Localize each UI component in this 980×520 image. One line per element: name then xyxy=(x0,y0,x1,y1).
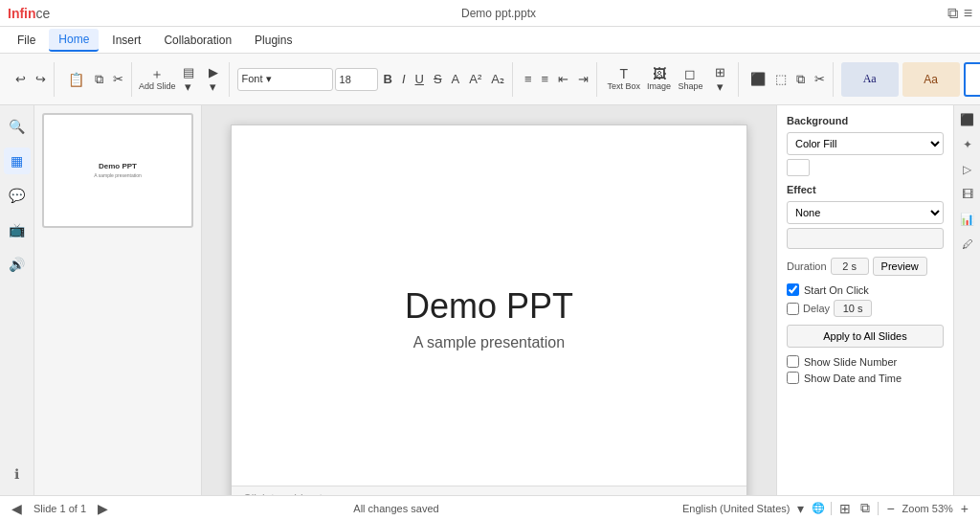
paste-button[interactable]: 📋 xyxy=(62,70,89,89)
slide-thumb-sub: A sample presentation xyxy=(94,172,141,178)
prev-slide-button[interactable]: ◀ xyxy=(10,501,24,516)
add-icon: ＋ xyxy=(150,67,164,80)
duration-section: Duration 2 s Preview xyxy=(787,257,944,276)
panel-transition-icon[interactable]: ▷ xyxy=(957,159,978,180)
strikethrough-button[interactable]: S xyxy=(430,69,446,89)
delay-value[interactable]: 10 s xyxy=(834,300,872,317)
show-slide-number-label: Show Slide Number xyxy=(804,356,897,368)
group-button[interactable]: ⧉ xyxy=(792,69,809,90)
start-on-click-checkbox[interactable] xyxy=(787,283,799,296)
apply-section: Apply to All Slides xyxy=(787,325,944,348)
theme-3[interactable]: Aa xyxy=(964,62,980,97)
bullet-list-button[interactable]: ≡ xyxy=(521,69,536,89)
panel-animate-icon[interactable]: 🎞 xyxy=(957,184,978,205)
undo-button[interactable]: ↩ xyxy=(11,69,30,89)
status-left: ◀ Slide 1 of 1 ▶ xyxy=(10,501,110,516)
italic-button[interactable]: I xyxy=(398,69,410,89)
menu-home[interactable]: Home xyxy=(49,29,99,52)
menu-plugins[interactable]: Plugins xyxy=(245,30,301,51)
notes-bar[interactable]: Click to add notes xyxy=(232,486,746,495)
arrange-button[interactable]: ⬛ xyxy=(746,69,769,89)
bold-button[interactable]: B xyxy=(380,69,396,89)
show-slide-number-checkbox[interactable] xyxy=(787,355,799,368)
indent-increase-button[interactable]: ⇥ xyxy=(574,69,592,89)
status-bar: ◀ Slide 1 of 1 ▶ All changes saved Engli… xyxy=(0,495,980,520)
zoom-out-button[interactable]: − xyxy=(884,501,896,516)
show-date-time-row: Show Date and Time xyxy=(787,372,944,384)
menu-bar: File Home Insert Collaboration Plugins xyxy=(0,27,980,54)
start-on-click-row: Start On Click xyxy=(787,283,944,296)
saved-status: All changes saved xyxy=(353,503,438,514)
sidebar-slides[interactable]: ▦ xyxy=(4,147,31,174)
restore-icon[interactable]: ⧉ xyxy=(947,5,958,22)
toolbar-insert: T Text Box 🖼 Image ◻ Shape ⊞ ▾ xyxy=(601,62,739,97)
panel-effect-icon[interactable]: ✦ xyxy=(957,134,978,155)
slide-canvas[interactable]: Demo PPT A sample presentation Click to … xyxy=(231,124,747,495)
play-button[interactable]: ▶ ▾ xyxy=(202,62,224,97)
menu-file[interactable]: File xyxy=(8,30,45,51)
shape-button[interactable]: ◻ Shape xyxy=(676,64,705,94)
menu-insert[interactable]: Insert xyxy=(102,30,150,51)
background-color-swatch[interactable] xyxy=(787,159,810,176)
sidebar-info[interactable]: ℹ xyxy=(4,461,31,487)
panel-format-icon[interactable]: 🖊 xyxy=(957,234,978,255)
apply-all-slides-button[interactable]: Apply to All Slides xyxy=(787,325,944,348)
crop-button[interactable]: ✂ xyxy=(811,69,829,89)
menu-collaboration[interactable]: Collaboration xyxy=(154,30,241,51)
theme-1[interactable]: Aa xyxy=(841,62,899,97)
sidebar-audio[interactable]: 🔊 xyxy=(4,251,31,278)
effect-section: Effect None xyxy=(787,184,944,249)
font-color-button[interactable]: A xyxy=(448,69,464,89)
redo-button[interactable]: ↪ xyxy=(32,69,50,89)
duration-row: Duration 2 s Preview xyxy=(787,257,944,276)
align-button[interactable]: ⬚ xyxy=(771,69,791,89)
slide-info: Slide 1 of 1 xyxy=(33,503,86,514)
menu-icon[interactable]: ≡ xyxy=(964,5,972,22)
sidebar-comments[interactable]: 💬 xyxy=(4,182,31,209)
font-size-dropdown[interactable]: 18 xyxy=(335,68,378,91)
document-title: Demo ppt.pptx xyxy=(50,7,947,20)
effect-select[interactable]: None xyxy=(787,201,944,224)
slide-1-thumbnail[interactable]: 1 Demo PPT A sample presentation xyxy=(42,113,193,228)
text-box-button[interactable]: T Text Box xyxy=(605,64,642,94)
canvas-area[interactable]: Demo PPT A sample presentation Click to … xyxy=(202,105,776,495)
toolbar-themes: Aa Aa Aa ▾ xyxy=(837,62,980,97)
image-button[interactable]: 🖼 Image xyxy=(644,64,674,94)
subscript-button[interactable]: A₂ xyxy=(487,69,508,89)
color-fill-select[interactable]: Color Fill xyxy=(787,132,944,155)
slide-subtitle[interactable]: A sample presentation xyxy=(413,334,565,351)
slide-title[interactable]: Demo PPT xyxy=(405,286,573,327)
add-slide-button[interactable]: ＋ Add Slide xyxy=(140,64,175,94)
superscript-button[interactable]: A² xyxy=(465,69,485,89)
underline-button[interactable]: U xyxy=(412,69,428,89)
app-logo: Infince xyxy=(8,6,50,21)
numbered-list-button[interactable]: ≡ xyxy=(538,69,553,89)
fit-button[interactable]: ⧉ xyxy=(858,500,872,516)
sidebar-presenter[interactable]: 📺 xyxy=(4,216,31,243)
font-family-dropdown[interactable]: Font ▾ xyxy=(237,68,333,91)
zoom-in-button[interactable]: + xyxy=(959,501,970,516)
delay-checkbox[interactable] xyxy=(787,303,799,315)
theme-2[interactable]: Aa xyxy=(902,62,960,97)
more-insert-button[interactable]: ⊞ ▾ xyxy=(707,62,733,97)
main-area: 🔍 ▦ 💬 📺 🔊 ℹ 1 Demo PPT A sample presenta… xyxy=(0,105,980,495)
panel-chart-icon[interactable]: 📊 xyxy=(957,209,978,230)
effect-input xyxy=(787,228,944,249)
show-options-section: Show Slide Number Show Date and Time xyxy=(787,355,944,384)
panel-bg-icon[interactable]: ⬛ xyxy=(957,109,978,130)
sidebar-search[interactable]: 🔍 xyxy=(4,113,31,140)
grid-view-button[interactable]: ⊞ xyxy=(837,501,853,516)
language-button[interactable]: ▾ xyxy=(795,501,806,516)
duration-value[interactable]: 2 s xyxy=(831,258,869,275)
cut-button[interactable]: ✂ xyxy=(109,69,127,89)
start-on-click-label: Start On Click xyxy=(804,284,869,296)
slide-layout-button[interactable]: ▤ ▾ xyxy=(177,62,201,97)
next-slide-button[interactable]: ▶ xyxy=(96,501,110,516)
indent-decrease-button[interactable]: ⇤ xyxy=(554,69,572,89)
status-center: All changes saved xyxy=(353,503,438,514)
copy-button[interactable]: ⧉ xyxy=(91,69,107,90)
toolbar-slide: ＋ Add Slide ▤ ▾ ▶ ▾ xyxy=(136,62,230,97)
show-date-time-checkbox[interactable] xyxy=(787,372,799,384)
preview-button[interactable]: Preview xyxy=(873,257,927,276)
themes-area: Aa Aa Aa xyxy=(841,62,980,97)
